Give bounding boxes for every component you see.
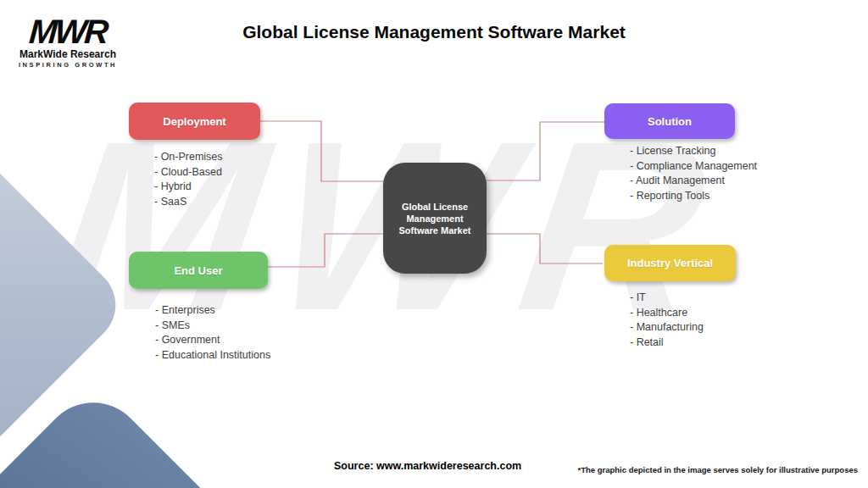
list-item: - SaaS: [154, 195, 223, 210]
list-item: - Government: [155, 333, 270, 348]
disclaimer-text: *The graphic depicted in the image serve…: [578, 465, 859, 474]
list-item: - License Tracking: [630, 144, 757, 159]
list-item: - Manufacturing: [630, 320, 704, 336]
infographic-canvas: MWR MWR MarkWide Research INSPIRING GROW…: [0, 0, 868, 488]
branch-pill-end-user: End User: [129, 252, 268, 289]
connector-solution: [487, 122, 604, 180]
branch-items-deployment: - On-Premises - Cloud-Based - Hybrid - S…: [154, 150, 223, 209]
list-item: - Retail: [630, 336, 704, 351]
branch-pill-solution: Solution: [604, 103, 735, 139]
center-node-line: Global License: [402, 201, 468, 213]
center-node-line: Management: [406, 213, 463, 225]
list-item: - Compliance Management: [630, 159, 757, 175]
list-item: - Audit Management: [630, 174, 757, 189]
center-node-line: Software Market: [399, 225, 471, 236]
list-item: - Enterprises: [155, 303, 270, 319]
logo-tagline: INSPIRING GROWTH: [15, 61, 120, 69]
mwr-logo-icon: MWR: [14, 15, 122, 47]
connector-deployment: [260, 121, 383, 181]
list-item: - Hybrid: [154, 180, 223, 195]
list-item: - On-Premises: [154, 150, 223, 165]
list-item: - IT: [630, 291, 704, 306]
branch-items-solution: - License Tracking - Compliance Manageme…: [630, 144, 757, 203]
branch-pill-industry-vertical: Industry Vertical: [604, 245, 736, 281]
branch-items-industry-vertical: - IT - Healthcare - Manufacturing - Reta…: [630, 291, 704, 350]
center-node: Global License Management Software Marke…: [383, 163, 487, 274]
connector-industry-vertical: [487, 234, 603, 263]
branch-items-end-user: - Enterprises - SMEs - Government - Educ…: [155, 303, 270, 363]
list-item: - Cloud-Based: [154, 165, 223, 180]
branch-pill-deployment: Deployment: [129, 103, 260, 140]
list-item: - Reporting Tools: [630, 189, 757, 204]
connector-end-user: [268, 234, 383, 267]
page-title: Global License Management Software Marke…: [120, 22, 748, 42]
source-text: Source: www.markwideresearch.com: [334, 460, 521, 472]
list-item: - Educational Institutions: [155, 348, 270, 363]
list-item: - Healthcare: [630, 306, 704, 321]
markwide-logo: MWR MarkWide Research INSPIRING GROWTH: [15, 15, 120, 69]
list-item: - SMEs: [155, 319, 270, 334]
logo-name: MarkWide Research: [15, 48, 120, 60]
